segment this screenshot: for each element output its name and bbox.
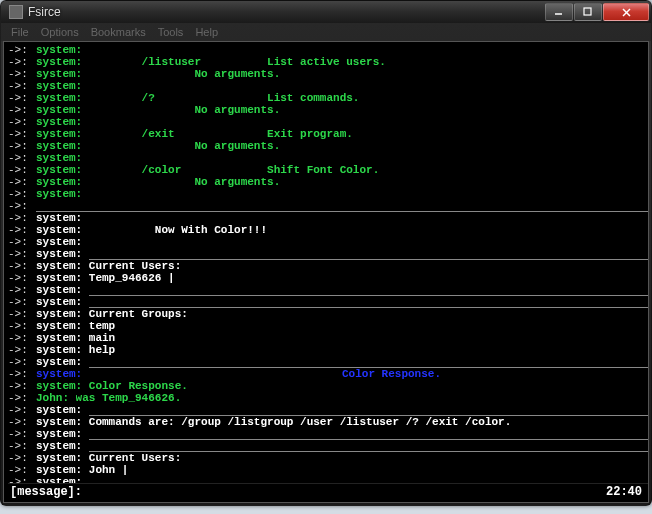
line-tag: system: bbox=[36, 296, 89, 308]
terminal-line: ->: system: bbox=[8, 476, 648, 483]
line-body bbox=[89, 188, 648, 200]
terminal-line: ->: system: bbox=[8, 152, 648, 164]
prompt: ->: bbox=[8, 272, 36, 284]
maximize-button[interactable] bbox=[574, 3, 602, 21]
line-tag: system: bbox=[36, 44, 89, 56]
app-icon bbox=[9, 5, 23, 19]
prompt: ->: bbox=[8, 80, 36, 92]
terminal-line: ->: system: bbox=[8, 284, 648, 296]
window-controls bbox=[545, 3, 649, 21]
line-body: John | bbox=[89, 464, 648, 476]
line-body: temp bbox=[89, 320, 648, 332]
prompt: ->: bbox=[8, 440, 36, 452]
separator-line bbox=[89, 476, 648, 483]
prompt: ->: bbox=[8, 416, 36, 428]
prompt: ->: bbox=[8, 284, 36, 296]
terminal-line: ->: system: Color Response. bbox=[8, 380, 648, 392]
line-tag: system: bbox=[36, 428, 89, 440]
prompt: ->: bbox=[8, 44, 36, 56]
terminal-line: ->: system: bbox=[8, 212, 648, 224]
line-body: Commands are: /group /listgroup /user /l… bbox=[89, 416, 648, 428]
line-tag: system: bbox=[36, 80, 89, 92]
prompt: ->: bbox=[8, 176, 36, 188]
terminal-line: ->: system: Temp_946626 | bbox=[8, 272, 648, 284]
terminal-line: ->: system: Commands are: /group /listgr… bbox=[8, 416, 648, 428]
terminal-line: ->: system: bbox=[8, 200, 648, 212]
line-body: help bbox=[89, 344, 648, 356]
prompt: ->: bbox=[8, 224, 36, 236]
line-tag: system: bbox=[36, 320, 89, 332]
prompt: ->: bbox=[8, 260, 36, 272]
prompt: ->: bbox=[8, 380, 36, 392]
line-tag: system: bbox=[36, 464, 89, 476]
prompt: ->: bbox=[8, 332, 36, 344]
close-button[interactable] bbox=[603, 3, 649, 21]
prompt: ->: bbox=[8, 140, 36, 152]
prompt: ->: bbox=[8, 104, 36, 116]
line-tag: system: bbox=[36, 284, 89, 296]
line-body: Temp_946626 | bbox=[89, 272, 648, 284]
terminal-line: ->: system: bbox=[8, 440, 648, 452]
terminal-line: ->: system: help bbox=[8, 344, 648, 356]
line-tag: system: bbox=[36, 332, 89, 344]
terminal-line: ->: system: main bbox=[8, 332, 648, 344]
terminal-line: ->: system: bbox=[8, 296, 648, 308]
menu-help[interactable]: Help bbox=[195, 26, 218, 38]
terminal-line: ->: system: Color Response. bbox=[8, 368, 648, 380]
terminal[interactable]: ->: system: ->: system: /listuser List a… bbox=[3, 41, 649, 503]
line-tag: system: bbox=[36, 128, 89, 140]
terminal-line: ->: system: Current Groups: bbox=[8, 308, 648, 320]
terminal-line: ->: system: No arguments. bbox=[8, 176, 648, 188]
prompt: ->: bbox=[8, 236, 36, 248]
prompt: ->: bbox=[8, 188, 36, 200]
message-input-label[interactable]: [message]: bbox=[10, 486, 82, 498]
terminal-line: ->: system: bbox=[8, 404, 648, 416]
prompt: ->: bbox=[8, 296, 36, 308]
line-body: /exit Exit program. bbox=[89, 128, 648, 140]
minimize-button[interactable] bbox=[545, 3, 573, 21]
prompt: ->: bbox=[8, 344, 36, 356]
line-tag: system: bbox=[36, 368, 342, 380]
line-tag: system: bbox=[36, 380, 89, 392]
terminal-line: ->: John: was Temp_946626. bbox=[8, 392, 648, 404]
terminal-line: ->: system: /color Shift Font Color. bbox=[8, 164, 648, 176]
terminal-line: ->: system: bbox=[8, 80, 648, 92]
clock: 22:40 bbox=[606, 486, 642, 498]
prompt: ->: bbox=[8, 464, 36, 476]
prompt: ->: bbox=[8, 164, 36, 176]
line-tag: system: bbox=[36, 344, 89, 356]
prompt: ->: bbox=[8, 128, 36, 140]
menu-file[interactable]: File bbox=[11, 26, 29, 38]
line-tag: system: bbox=[36, 140, 89, 152]
menu-options[interactable]: Options bbox=[41, 26, 79, 38]
line-body: main bbox=[89, 332, 648, 344]
terminal-line: ->: system: No arguments. bbox=[8, 140, 648, 152]
terminal-line: ->: system: /exit Exit program. bbox=[8, 128, 648, 140]
line-tag: system: bbox=[36, 212, 89, 224]
line-body: Color Response. bbox=[89, 380, 648, 392]
line-tag: system: bbox=[36, 272, 89, 284]
line-tag: system: bbox=[36, 308, 89, 320]
line-tag: system: bbox=[36, 248, 89, 260]
terminal-line: ->: system: /listuser List active users. bbox=[8, 56, 648, 68]
menu-tools[interactable]: Tools bbox=[158, 26, 184, 38]
line-body: /? List commands. bbox=[89, 92, 648, 104]
line-tag: system: bbox=[36, 260, 89, 272]
line-body: Color Response. bbox=[342, 368, 648, 380]
terminal-line: ->: system: bbox=[8, 248, 648, 260]
line-tag: system: bbox=[36, 440, 89, 452]
prompt: ->: bbox=[8, 476, 36, 483]
line-tag: system: bbox=[36, 92, 89, 104]
line-tag: system: bbox=[36, 416, 89, 428]
prompt: ->: bbox=[8, 92, 36, 104]
titlebar[interactable]: Fsirce bbox=[1, 1, 651, 23]
menu-bookmarks[interactable]: Bookmarks bbox=[91, 26, 146, 38]
line-body bbox=[89, 212, 648, 224]
line-body: No arguments. bbox=[89, 104, 648, 116]
prompt: ->: bbox=[8, 68, 36, 80]
terminal-line: ->: system: bbox=[8, 428, 648, 440]
prompt: ->: bbox=[8, 212, 36, 224]
line-body: /listuser List active users. bbox=[89, 56, 648, 68]
separator-line bbox=[89, 440, 648, 452]
terminal-line: ->: system: bbox=[8, 356, 648, 368]
